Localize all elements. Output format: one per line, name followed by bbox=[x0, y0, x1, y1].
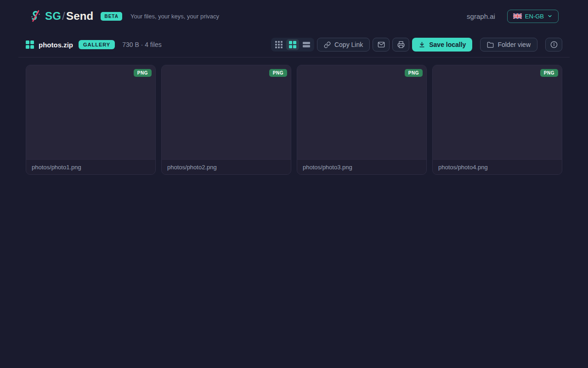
file-card[interactable]: PNG photos/photo4.png bbox=[432, 65, 562, 175]
file-preview bbox=[162, 65, 291, 159]
toolbar-divider bbox=[18, 57, 570, 58]
app-logo[interactable]: SG/Send bbox=[29, 9, 93, 23]
archive-toolbar: photos.zip GALLERY 730 B · 4 files bbox=[0, 38, 588, 52]
file-preview bbox=[433, 65, 562, 159]
file-type-badge: PNG bbox=[540, 69, 558, 77]
archive-meta: 730 B · 4 files bbox=[122, 41, 162, 48]
file-type-badge: PNG bbox=[405, 69, 423, 77]
copy-link-label: Copy Link bbox=[334, 41, 363, 48]
save-locally-button[interactable]: Save locally bbox=[412, 38, 472, 52]
beta-badge: BETA bbox=[101, 12, 122, 21]
file-name: photos/photo1.png bbox=[26, 159, 155, 174]
file-card[interactable]: PNG photos/photo1.png bbox=[26, 65, 156, 175]
file-type-badge: PNG bbox=[134, 69, 152, 77]
file-name: photos/photo4.png bbox=[433, 159, 562, 174]
folder-view-label: Folder view bbox=[498, 41, 531, 48]
app-header: SG/Send BETA Your files, your keys, your… bbox=[0, 0, 588, 32]
brand-domain-link[interactable]: sgraph.ai bbox=[467, 12, 495, 20]
tagline: Your files, your keys, your privacy bbox=[130, 13, 219, 20]
sgraph-logo-icon bbox=[29, 9, 41, 23]
copy-link-button[interactable]: Copy Link bbox=[317, 38, 370, 52]
print-button[interactable] bbox=[392, 38, 409, 52]
info-icon bbox=[550, 41, 558, 48]
view-mode-switcher bbox=[271, 38, 314, 52]
save-locally-label: Save locally bbox=[429, 41, 466, 48]
file-card[interactable]: PNG photos/photo3.png bbox=[297, 65, 427, 175]
language-selector[interactable]: EN-GB bbox=[507, 10, 559, 23]
download-icon bbox=[418, 41, 425, 48]
archive-name: photos.zip bbox=[39, 41, 73, 49]
app-title: SG/Send bbox=[45, 10, 93, 23]
link-icon bbox=[324, 41, 331, 48]
file-gallery-grid: PNG photos/photo1.png PNG photos/photo2.… bbox=[26, 65, 562, 175]
mail-icon bbox=[378, 41, 385, 48]
folder-icon bbox=[487, 41, 494, 48]
uk-flag-icon bbox=[513, 13, 522, 19]
language-label: EN-GB bbox=[525, 13, 544, 20]
file-preview bbox=[26, 65, 155, 159]
email-button[interactable] bbox=[373, 38, 390, 52]
file-preview bbox=[297, 65, 426, 159]
printer-icon bbox=[397, 41, 405, 48]
chevron-down-icon bbox=[547, 13, 553, 19]
view-list-button[interactable] bbox=[300, 39, 313, 50]
file-card[interactable]: PNG photos/photo2.png bbox=[161, 65, 291, 175]
folder-view-button[interactable]: Folder view bbox=[480, 38, 537, 52]
gallery-badge: GALLERY bbox=[79, 40, 115, 49]
file-name: photos/photo3.png bbox=[297, 159, 426, 174]
info-button[interactable] bbox=[545, 38, 562, 52]
file-name: photos/photo2.png bbox=[162, 159, 291, 174]
view-grid-large-button[interactable] bbox=[286, 39, 299, 50]
view-grid-small-button[interactable] bbox=[272, 39, 285, 50]
file-type-badge: PNG bbox=[269, 69, 287, 77]
gallery-grid-icon bbox=[26, 40, 34, 49]
